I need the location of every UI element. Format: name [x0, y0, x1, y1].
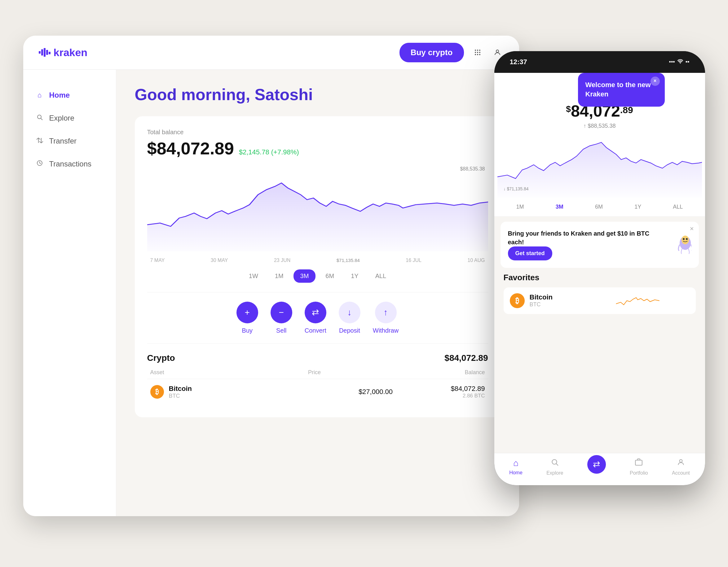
table-headers: Asset Price Balance [147, 369, 488, 379]
svg-point-9 [477, 52, 478, 53]
favorite-item-btc[interactable]: ₿ Bitcoin BTC [504, 287, 696, 314]
buy-button[interactable]: + [236, 302, 258, 323]
col-price: Price [308, 369, 321, 376]
nav-portfolio[interactable]: Portfolio [630, 458, 648, 476]
nav-account-label: Account [672, 470, 690, 476]
nav-account-icon [677, 458, 685, 468]
svg-point-8 [475, 52, 476, 53]
clock-icon [36, 160, 44, 168]
period-3m[interactable]: 3M [293, 269, 316, 283]
balance-card: Total balance $84,072.89 $2,145.78 (+7.9… [135, 116, 501, 417]
asset-balance-wrap: $84,072.89 2.86 BTC [451, 385, 485, 399]
sidebar-item-home[interactable]: ⌂ Home [23, 85, 116, 105]
svg-point-25 [683, 238, 685, 240]
svg-point-24 [682, 236, 689, 244]
phone-period-6m[interactable]: 6M [590, 202, 608, 212]
fav-mini-chart [586, 293, 689, 308]
asset-info: ₿ Bitcoin BTC [150, 385, 301, 399]
period-1m[interactable]: 1M [268, 269, 290, 283]
svg-point-14 [496, 50, 499, 52]
total-balance-label: Total balance [147, 129, 488, 136]
period-1w[interactable]: 1W [242, 269, 265, 283]
svg-point-10 [479, 52, 480, 53]
nav-convert-icon[interactable]: ⇄ [587, 455, 606, 474]
phone-period-all[interactable]: ALL [668, 202, 688, 212]
sidebar-item-explore[interactable]: Explore [23, 108, 116, 128]
svg-point-27 [552, 459, 557, 464]
svg-rect-4 [49, 52, 51, 54]
buy-action: + Buy [236, 302, 258, 334]
fav-coin-info: Bitcoin BTC [530, 293, 581, 308]
search-icon [36, 114, 44, 122]
period-1y[interactable]: 1Y [344, 269, 365, 283]
kraken-logo: kraken [39, 47, 88, 59]
promo-card: × Bring your friends to Kraken and get $… [501, 222, 699, 268]
buy-crypto-button[interactable]: Buy crypto [399, 43, 464, 62]
nav-convert[interactable]: ⇄ [587, 458, 606, 476]
scene: kraken Buy crypto [23, 20, 705, 547]
deposit-action: ↓ Deposit [339, 302, 360, 334]
battery-icon: ▪▪ [686, 59, 690, 65]
period-6m[interactable]: 6M [319, 269, 341, 283]
nav-account[interactable]: Account [672, 458, 690, 476]
action-buttons: + Buy − Sell ⇄ Convert ↓ [147, 292, 488, 344]
sidebar-item-transactions[interactable]: Transactions [23, 154, 116, 174]
phone-time: 12:37 [510, 58, 527, 66]
promo-get-started-button[interactable]: Get started [508, 246, 552, 260]
asset-balance-sub: 2.86 BTC [451, 393, 485, 399]
balance-main: $84,072.89 [147, 138, 234, 158]
svg-point-26 [686, 238, 688, 240]
crypto-section-header: Crypto $84,072.89 [147, 353, 488, 363]
btc-icon: ₿ [150, 385, 164, 399]
main-content: Good morning, Satoshi Total balance $84,… [116, 70, 519, 516]
grid-icon[interactable] [471, 46, 484, 59]
sell-button[interactable]: − [271, 302, 292, 323]
nav-portfolio-icon [635, 458, 643, 468]
asset-price: $27,000.00 [300, 388, 451, 396]
svg-rect-29 [635, 460, 642, 465]
svg-rect-1 [41, 49, 43, 55]
period-all[interactable]: ALL [368, 269, 393, 283]
phone-period-3m[interactable]: 3M [551, 202, 568, 212]
withdraw-button[interactable]: ↑ [375, 302, 397, 323]
promo-close-button[interactable]: × [690, 225, 694, 233]
col-balance: Balance [465, 369, 485, 376]
nav-home-label: Home [509, 470, 523, 476]
crypto-title: Crypto [147, 353, 175, 363]
time-period-selector: 1W 1M 3M 6M 1Y ALL [147, 269, 488, 283]
x-label-0: 7 MAY [150, 258, 165, 263]
phone-chart-area: ↓ $71,135.84 [494, 135, 705, 197]
welcome-close-button[interactable]: × [651, 77, 660, 86]
phone-screen: Account balance $ 84,072 .89 ↑ $88,535.3… [494, 73, 705, 453]
phone-period-1y[interactable]: 1Y [629, 202, 646, 212]
svg-point-13 [479, 54, 480, 55]
promo-text: Bring your friends to Kraken and get $10… [508, 229, 662, 246]
svg-point-15 [38, 115, 41, 119]
tablet-device: kraken Buy crypto [23, 36, 519, 516]
nav-explore[interactable]: Explore [546, 458, 563, 476]
nav-home[interactable]: ⌂ Home [509, 458, 523, 476]
promo-content: Bring your friends to Kraken and get $10… [508, 229, 662, 260]
tablet-body: ⌂ Home Explore [23, 70, 519, 516]
svg-point-12 [477, 54, 478, 55]
phone-chart-low-label: ↓ $71,135.84 [504, 186, 529, 191]
svg-rect-0 [39, 51, 41, 54]
x-label-1: 30 MAY [211, 258, 228, 263]
phone-balance-arrow: ↑ $88,535.38 [583, 123, 615, 129]
phone-dollar-sign: $ [566, 104, 571, 114]
deposit-button[interactable]: ↓ [339, 302, 360, 323]
svg-point-5 [475, 50, 476, 51]
table-row[interactable]: ₿ Bitcoin BTC $27,000.00 $84,072.89 2.86… [147, 379, 488, 405]
deposit-label: Deposit [339, 327, 360, 334]
page-title: Good morning, Satoshi [135, 85, 501, 104]
sidebar-item-transfer[interactable]: Transfer [23, 131, 116, 151]
nav-explore-icon [551, 458, 559, 468]
asset-balance: $84,072.89 [451, 385, 485, 393]
phone-status-bar: 12:37 ▪▪▪ ▪▪ [494, 51, 705, 73]
convert-label: Convert [305, 327, 326, 334]
phone-period-1m[interactable]: 1M [511, 202, 529, 212]
sidebar-label-transfer: Transfer [49, 137, 77, 145]
convert-button[interactable]: ⇄ [305, 302, 326, 323]
signal-icon: ▪▪▪ [669, 59, 675, 65]
svg-point-11 [475, 54, 476, 55]
